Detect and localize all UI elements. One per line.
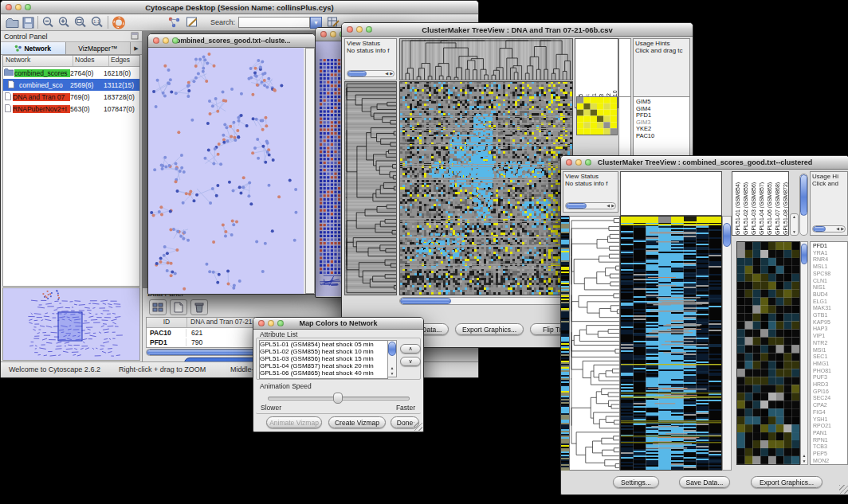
gene-list-item[interactable]: SPC98 — [813, 271, 847, 278]
zoom-fit-icon[interactable]: 1:1 — [90, 16, 104, 29]
gene-list-item[interactable]: KAP95 — [813, 319, 847, 326]
tv2-global-overview-strip[interactable] — [561, 216, 569, 471]
gene-list-item[interactable]: HMG1 — [813, 361, 847, 368]
gene-list-item[interactable]: YRA1 — [813, 250, 847, 257]
close-icon[interactable] — [347, 26, 353, 33]
zoom-window-icon[interactable] — [172, 37, 179, 44]
tv2-status-hscroll[interactable]: ◀▶ — [565, 202, 616, 209]
zoom-out-icon[interactable] — [41, 16, 55, 29]
gene-list-item[interactable]: PUF3 — [813, 374, 847, 381]
attribute-list-item[interactable]: GPL51-03 (GSM856) heat shock 15 min — [260, 355, 387, 362]
traffic-lights[interactable] — [6, 4, 31, 10]
tv2-column-labels[interactable]: GPL51-01 (GSM854)GPL51-02 (GSM855)GPL51-… — [732, 171, 789, 236]
gene-list-item[interactable]: RPO21 — [813, 423, 847, 430]
gene-list-item[interactable]: MSL1 — [813, 264, 847, 271]
gene-list-item[interactable]: RNR4 — [813, 256, 847, 264]
gene-list-item[interactable]: PEP5 — [813, 451, 847, 458]
gene-list-item[interactable]: NIS1 — [813, 284, 847, 291]
tv1-export-graphics-button[interactable]: Export Graphics... — [455, 323, 524, 335]
gene-list-item[interactable]: YSH1 — [813, 416, 847, 424]
tv2-label-vscroll[interactable]: ▲▼ — [790, 213, 799, 236]
create-vizmap-button[interactable]: Create Vizmap — [328, 416, 386, 428]
open-file-icon[interactable] — [6, 17, 19, 29]
minimize-icon[interactable] — [330, 31, 336, 37]
new-attribute-icon[interactable] — [170, 299, 187, 315]
move-up-button[interactable]: ∧ — [400, 344, 421, 354]
network-row[interactable]: RNAPuberNov2+I563(0)107847(0) — [3, 103, 139, 115]
close-icon[interactable] — [153, 37, 159, 44]
minimize-icon[interactable] — [575, 159, 582, 166]
tv2-settings-button[interactable]: Settings... — [613, 476, 659, 488]
net1-vscroll[interactable] — [305, 48, 315, 294]
tv2-top-vscroll[interactable] — [799, 174, 808, 236]
minimize-icon[interactable] — [163, 37, 169, 44]
gene-list-item[interactable]: MSI1 — [813, 347, 847, 354]
gene-list-item[interactable]: MON2 — [813, 458, 847, 465]
gene-list-item[interactable]: PAN1 — [813, 430, 847, 437]
gene-list-item[interactable]: HAP3 — [813, 326, 847, 333]
zoom-in-icon[interactable] — [57, 16, 71, 29]
select-attributes-icon[interactable] — [149, 299, 167, 315]
dialog-title-bar[interactable]: Map Colors to Network — [253, 318, 423, 330]
tab-vizmapper[interactable]: VizMapper™ — [66, 42, 132, 54]
gene-list-item[interactable]: GPI16 — [813, 389, 847, 396]
gene-list-item[interactable]: PFD1 — [813, 243, 847, 250]
annotation-icon[interactable] — [186, 16, 199, 29]
tv1-row-dendrogram[interactable] — [344, 81, 397, 295]
tv2-export-graphics-button[interactable]: Export Graphics... — [751, 476, 822, 488]
network-row[interactable]: combined_sco2569(6)13112(15) — [3, 79, 139, 91]
gene-list-item[interactable]: SEC1 — [813, 354, 847, 361]
attribute-list-item[interactable]: GPL51-01 (GSM854) heat shock 05 min — [260, 341, 387, 348]
close-icon[interactable] — [6, 4, 12, 10]
gene-list-item[interactable]: PHO81 — [813, 368, 847, 375]
main-title-bar[interactable]: Cytoscape Desktop (Session Name: collins… — [1, 1, 478, 14]
speed-slider-thumb[interactable] — [333, 393, 343, 404]
tv2-column-dendrogram-area[interactable] — [620, 171, 722, 216]
gene-list-item[interactable]: SEC24 — [813, 395, 847, 402]
tv1-column-dendrogram[interactable] — [399, 38, 573, 80]
zoom-window-icon[interactable] — [25, 4, 31, 10]
gene-list-item[interactable]: PAC10 — [636, 133, 689, 140]
gene-list-item[interactable]: CLN1 — [813, 278, 847, 285]
gene-list-item[interactable]: RPN1 — [813, 437, 847, 444]
minimize-icon[interactable] — [356, 26, 363, 33]
network-view-1-canvas[interactable] — [148, 48, 304, 294]
tv2-row-dendrogram[interactable] — [569, 216, 620, 471]
resize-grip[interactable] — [839, 485, 848, 494]
move-down-button[interactable]: ∨ — [400, 357, 421, 366]
gene-list-item[interactable]: BUD4 — [813, 291, 847, 299]
tv2-heatmap-vscroll[interactable] — [722, 216, 732, 471]
close-icon[interactable] — [320, 31, 327, 37]
gene-list-item[interactable]: GTB1 — [813, 312, 847, 319]
resize-grip[interactable] — [414, 422, 422, 431]
birds-eye-canvas[interactable] — [3, 288, 140, 360]
node-attributes-icon[interactable] — [167, 16, 182, 29]
attribute-list-item[interactable]: GPL51-07 (GSM868) heat shock 60 min — [260, 377, 387, 379]
attribute-list[interactable]: GPL51-01 (GSM854) heat shock 05 minGPL51… — [259, 340, 388, 379]
gene-list-item[interactable]: CPA2 — [813, 402, 847, 409]
attribute-list-item[interactable]: GPL51-06 (GSM865) heat shock 40 min — [260, 369, 387, 377]
close-icon[interactable] — [566, 159, 572, 166]
minimize-icon[interactable] — [15, 4, 22, 10]
gene-list-item[interactable]: TCB3 — [813, 443, 847, 451]
minimize-icon[interactable] — [268, 320, 274, 326]
attribute-list-vscroll[interactable]: ▲▼ — [387, 340, 397, 377]
gene-list-item[interactable]: NTR2 — [813, 340, 847, 347]
network-table-header[interactable]: Network Nodes Edges — [3, 56, 139, 67]
zoom-window-icon[interactable] — [277, 320, 284, 326]
tv2-title-bar[interactable]: ClusterMaker TreeView : combined_scores_… — [561, 156, 848, 170]
animate-vizmap-button[interactable]: Animate Vizmap — [266, 416, 322, 428]
gene-list-item[interactable]: VIP1 — [813, 333, 847, 340]
delete-attribute-icon[interactable] — [190, 299, 208, 315]
zoom-window-icon[interactable] — [585, 159, 591, 166]
tv2-heatmap[interactable] — [620, 216, 722, 471]
zoom-window-icon[interactable] — [366, 26, 372, 33]
attribute-list-item[interactable]: GPL51-02 (GSM855) heat shock 10 min — [260, 348, 387, 355]
gene-list-item[interactable]: HRD3 — [813, 381, 847, 389]
tv1-heatmap[interactable] — [399, 81, 573, 295]
tv1-status-hscroll[interactable]: ◀▶ — [347, 70, 395, 77]
close-icon[interactable] — [258, 320, 265, 326]
tv2-gene-list[interactable]: PFD1YRA1RNR4MSL1SPC98CLN1NIS1BUD4ELG1MAK… — [810, 241, 848, 465]
float-panel-icon[interactable] — [131, 32, 139, 41]
tab-network[interactable]: Network — [1, 42, 66, 54]
